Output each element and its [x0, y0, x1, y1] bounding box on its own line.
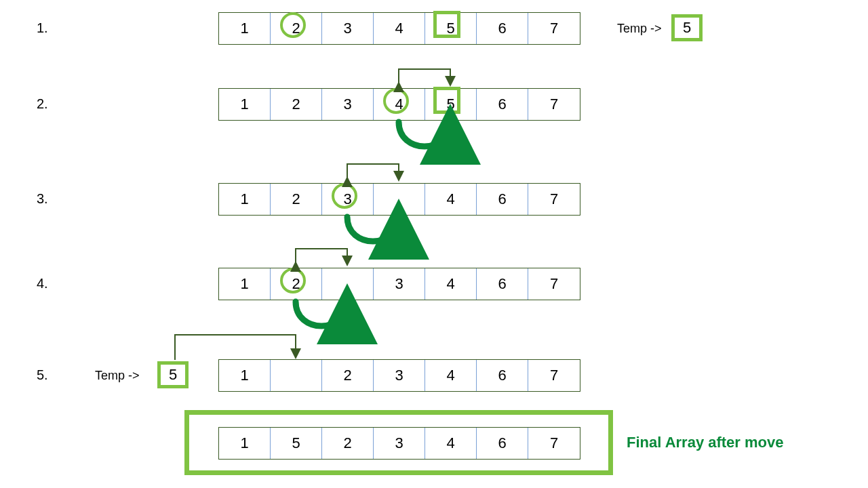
array-cell: 3 — [322, 184, 374, 215]
array-cell: 2 — [322, 360, 374, 391]
temp-value-top: 5 — [671, 14, 703, 41]
array-cell: 2 — [322, 428, 374, 459]
array-cell: 7 — [528, 184, 580, 215]
array-step-1: 1234567 — [218, 12, 580, 45]
step-label-3: 3. — [37, 191, 48, 207]
temp-label-bottom: Temp -> — [95, 369, 140, 383]
array-cell: 6 — [477, 184, 528, 215]
array-cell: 4 — [425, 360, 477, 391]
array-cell: 3 — [322, 89, 374, 120]
array-cell: 7 — [528, 89, 580, 120]
array-cell: 5 — [425, 13, 477, 44]
array-cell: 6 — [477, 89, 528, 120]
temp-label-top: Temp -> — [617, 22, 662, 36]
array-cell: 1 — [219, 13, 271, 44]
array-final: 1523467 — [218, 427, 580, 460]
final-label: Final Array after move — [627, 434, 784, 451]
array-cell: 2 — [271, 13, 322, 44]
step-label-1: 1. — [37, 20, 48, 36]
array-cell: 6 — [477, 360, 528, 391]
array-cell: 4 — [374, 89, 425, 120]
array-cell: 7 — [528, 268, 580, 300]
array-cell: 3 — [374, 428, 425, 459]
array-cell: 3 — [322, 13, 374, 44]
array-step-5: 123467 — [218, 359, 580, 392]
array-cell: 1 — [219, 268, 271, 300]
array-cell: 4 — [374, 13, 425, 44]
array-cell: 6 — [477, 13, 528, 44]
array-cell: 4 — [425, 428, 477, 459]
array-cell: 7 — [528, 13, 580, 44]
array-cell: 3 — [374, 268, 425, 300]
array-cell: 4 — [425, 184, 477, 215]
array-cell — [374, 184, 425, 215]
array-cell — [322, 268, 374, 300]
array-cell: 3 — [374, 360, 425, 391]
array-cell: 2 — [271, 89, 322, 120]
array-cell: 1 — [219, 428, 271, 459]
step-label-2: 2. — [37, 96, 48, 112]
array-step-3: 123467 — [218, 183, 580, 216]
array-cell: 6 — [477, 428, 528, 459]
array-cell: 2 — [271, 268, 322, 300]
array-cell: 1 — [219, 184, 271, 215]
array-cell: 4 — [425, 268, 477, 300]
array-cell: 2 — [271, 184, 322, 215]
step-label-5: 5. — [37, 367, 48, 383]
array-cell — [271, 360, 322, 391]
array-cell: 5 — [425, 89, 477, 120]
array-step-2: 1234567 — [218, 88, 580, 121]
array-cell: 6 — [477, 268, 528, 300]
step-label-4: 4. — [37, 276, 48, 291]
temp-value-bottom: 5 — [157, 361, 189, 388]
array-step-4: 123467 — [218, 268, 580, 300]
array-cell: 1 — [219, 360, 271, 391]
array-cell: 1 — [219, 89, 271, 120]
array-cell: 7 — [528, 360, 580, 391]
array-cell: 7 — [528, 428, 580, 459]
array-cell: 5 — [271, 428, 322, 459]
